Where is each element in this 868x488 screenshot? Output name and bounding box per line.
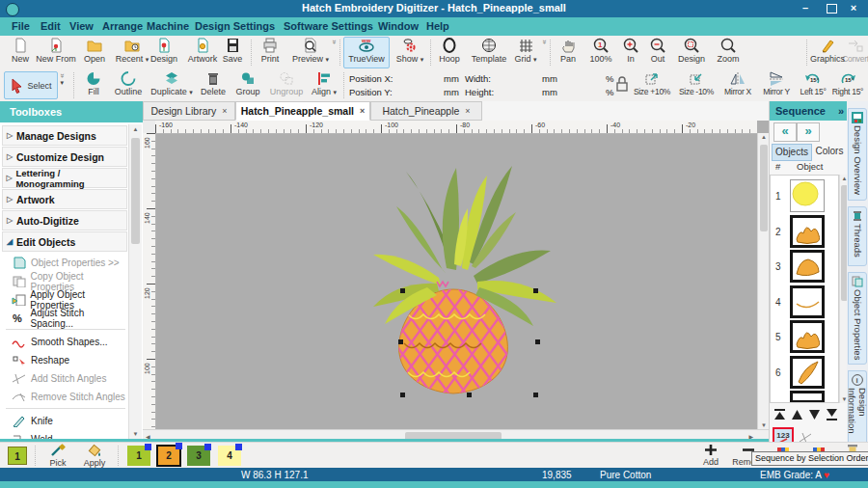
delete-button[interactable]: Delete (197, 71, 230, 96)
selection-handle[interactable] (533, 393, 538, 397)
tool-knife[interactable]: Knife (2, 412, 127, 430)
menu-window[interactable]: Window (372, 17, 424, 36)
move-to-start-icon[interactable] (773, 409, 786, 420)
new-from-button[interactable]: New From (35, 38, 77, 64)
scrollbar-thumb[interactable] (760, 145, 768, 231)
outline-button[interactable]: Outline (110, 71, 147, 96)
selection-handle[interactable] (533, 288, 538, 293)
hoop-button[interactable]: Hoop (434, 38, 465, 64)
tool-reshape[interactable]: Reshape (2, 351, 127, 369)
zoom-100-button[interactable]: 1 100% (584, 38, 617, 64)
scroll-down-arrow[interactable]: ▼ (761, 422, 767, 428)
print-button[interactable]: Print (255, 38, 285, 64)
tool-adjust-stitch-spacing[interactable]: % Adjust Stitch Spacing... (2, 309, 127, 327)
sequence-item-4[interactable] (790, 285, 825, 318)
zoom-in-button[interactable]: In (619, 38, 642, 64)
add-color-button[interactable]: Add (694, 444, 727, 467)
tab-design-library[interactable]: Design Library× (143, 101, 235, 121)
tab-object-properties[interactable]: Object Properties (848, 272, 867, 365)
group-button[interactable]: Group (231, 71, 264, 96)
grid-button[interactable]: Grid ▾ (511, 38, 540, 64)
tool-remove-stitch-angles[interactable]: Remove Stitch Angles (2, 388, 127, 406)
tab-colors[interactable]: Colors (812, 144, 847, 159)
mirror-x-button[interactable]: Mirror X (719, 71, 756, 96)
show-button[interactable]: Show ▾ (392, 38, 428, 64)
move-up-icon[interactable] (791, 409, 803, 420)
menu-file[interactable]: File (6, 17, 36, 36)
size-up-button[interactable]: Size +10% (631, 71, 673, 96)
insert-design-button[interactable]: Design (147, 38, 181, 64)
pineapple-design[interactable] (369, 152, 562, 413)
save-button[interactable]: Save (218, 38, 247, 64)
pick-color-button[interactable]: Pick (42, 444, 73, 468)
sequence-item-1[interactable] (790, 179, 825, 212)
ungroup-button[interactable]: Ungroup (266, 71, 307, 96)
menu-view[interactable]: View (64, 17, 99, 36)
tab-design-overview[interactable]: Design Overview (848, 108, 867, 201)
selection-handle[interactable] (467, 393, 472, 397)
menu-software-settings[interactable]: Software Settings (278, 17, 379, 36)
tool-add-stitch-angles[interactable]: Add Stitch Angles (2, 369, 127, 388)
tool-smooth-shapes[interactable]: Smooth Shapes... (2, 333, 127, 351)
zoom-design-button[interactable]: Design (673, 38, 710, 64)
selection-handle[interactable] (398, 339, 403, 344)
close-tab-icon[interactable]: × (222, 106, 227, 116)
zoom-tool-button[interactable]: Zoom (712, 38, 745, 64)
move-to-end-icon[interactable] (826, 409, 838, 420)
tab-threads[interactable]: Threads (848, 206, 867, 266)
insert-artwork-button[interactable]: Artwork (183, 38, 222, 64)
trueview-button[interactable]: ww TrueView (343, 37, 390, 68)
section-lettering[interactable]: ▷Lettering / Monogramming (2, 168, 127, 188)
group-chevron[interactable]: » (332, 39, 336, 45)
scrollbar-thumb[interactable] (131, 138, 140, 244)
align-button[interactable]: Align ▾ (309, 71, 339, 96)
tab-hatch-pineapple-small[interactable]: Hatch_Pineapple_small× (235, 101, 370, 121)
section-manage-designs[interactable]: ▷Manage Designs (2, 125, 127, 146)
maximize-button[interactable] (827, 4, 837, 14)
rotate-left-15-button[interactable]: 15° Left 15° (797, 71, 829, 96)
open-button[interactable]: Open (79, 38, 110, 64)
section-auto-digitize[interactable]: ▷Auto-Digitize (2, 210, 127, 230)
print-preview-button[interactable]: Preview ▾ (287, 38, 334, 64)
menu-machine[interactable]: Machine (141, 17, 195, 36)
sequence-item-5[interactable] (790, 320, 825, 353)
sequence-forward-button[interactable]: » (797, 122, 820, 142)
menu-help[interactable]: Help (420, 17, 455, 36)
sequence-item-3[interactable] (790, 250, 825, 283)
menu-edit[interactable]: Edit (35, 17, 67, 36)
move-down-icon[interactable] (808, 409, 821, 420)
close-tab-icon[interactable]: × (465, 106, 470, 116)
selection-handle[interactable] (535, 339, 540, 344)
scroll-down-arrow[interactable]: ▼ (129, 431, 142, 437)
sequence-item-7-partial[interactable] (790, 391, 825, 403)
select-button[interactable]: Select (4, 71, 58, 99)
pan-button[interactable]: Pan (554, 38, 583, 64)
fill-button[interactable]: Fill (79, 71, 108, 96)
tool-object-properties[interactable]: Object Properties >> (2, 254, 127, 272)
lock-proportions-icon[interactable] (615, 75, 629, 93)
selection-handle[interactable] (400, 288, 405, 293)
mirror-y-button[interactable]: Mirror Y (758, 71, 795, 96)
close-button[interactable]: × (847, 2, 860, 14)
group-chevron[interactable]: » (542, 39, 546, 45)
sequence-item-2[interactable] (790, 215, 825, 248)
section-artwork[interactable]: ▷Artwork (2, 189, 127, 209)
select-chevron[interactable]: »▾ (60, 72, 64, 86)
convert-button[interactable]: Convert (843, 38, 868, 64)
sidebar-scrollbar[interactable]: ▲ ▼ (128, 124, 142, 439)
selection-handle[interactable] (400, 393, 405, 397)
apply-color-button[interactable]: Apply (77, 444, 112, 468)
scroll-up-arrow[interactable]: ▲ (761, 134, 767, 140)
size-down-button[interactable]: Size -10% (675, 71, 718, 96)
sequence-back-button[interactable]: « (773, 122, 797, 142)
close-tab-icon[interactable]: × (360, 106, 365, 116)
tab-objects[interactable]: Objects (772, 144, 812, 161)
panel-expander-icon[interactable]: » (838, 101, 844, 121)
template-button[interactable]: Template (467, 38, 511, 64)
menu-design-settings[interactable]: Design Settings (189, 17, 281, 36)
rotate-right-15-button[interactable]: 15° Right 15° (829, 71, 866, 96)
zoom-out-button[interactable]: Out (644, 38, 671, 64)
tab-hatch-pineapple[interactable]: Hatch_Pineapple× (370, 101, 482, 121)
tool-apply-object-properties[interactable]: Apply Object Properties (2, 290, 127, 309)
sequence-item-6[interactable] (790, 356, 825, 389)
